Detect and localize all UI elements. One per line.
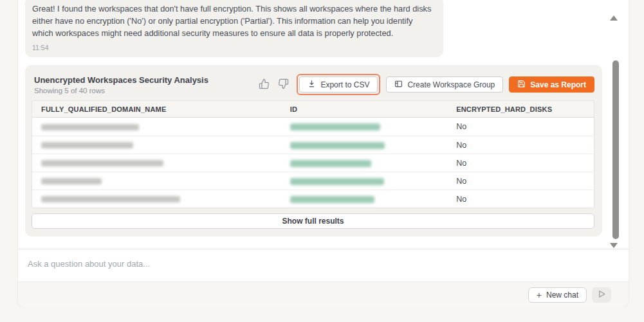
redacted-text-blur [41,178,102,184]
results-table: FULLY_QUALIFIED_DOMAIN_NAME ID ENCRYPTED… [32,100,594,208]
thumbs-up-button[interactable] [259,78,270,91]
id-cell-redacted [281,159,447,168]
redacted-text-blur [41,124,139,130]
create-workspace-group-label: Create Workspace Group [407,80,495,89]
redacted-text-blur [41,142,133,148]
new-chat-label: New chat [546,291,578,300]
rows-count-label: Showing 5 of 40 rows [34,87,208,94]
thumbs-up-icon [259,78,270,91]
redacted-text-blur [41,196,180,202]
id-cell-redacted [281,122,447,131]
table-row: No [32,172,594,190]
results-card-titles: Unencrypted Workspaces Security Analysis… [34,75,208,94]
plus-icon: + [537,291,542,300]
new-chat-button[interactable]: + New chat [528,287,587,303]
fqdn-cell-redacted [32,159,281,168]
composer-footer: + New chat [18,282,629,307]
fqdn-cell-redacted [32,195,281,204]
results-card: Unencrypted Workspaces Security Analysis… [25,65,602,237]
send-button[interactable] [592,287,611,303]
fqdn-cell-redacted [32,177,281,186]
encrypted-cell: No [447,195,594,204]
export-csv-highlight-box: Export to CSV [297,74,380,95]
fqdn-cell-redacted [32,141,281,150]
scrollbar-thumb[interactable] [612,60,619,239]
workspace-board-icon [394,80,403,90]
redacted-id-blur [290,196,374,203]
chat-panel: Great! I found the workspaces that don't… [17,0,629,307]
download-icon [308,80,316,90]
table-row: No [32,190,594,208]
encrypted-cell: No [447,141,594,150]
table-row: No [32,118,594,136]
results-table-header: FULLY_QUALIFIED_DOMAIN_NAME ID ENCRYPTED… [32,101,594,118]
results-card-header: Unencrypted Workspaces Security Analysis… [32,71,594,100]
encrypted-cell: No [447,177,594,186]
redacted-id-blur [290,142,385,149]
results-card-actions: Export to CSV Create Workspace Group [250,74,594,95]
scrollbar-down-arrow[interactable] [610,243,618,248]
id-cell-redacted [281,141,447,150]
table-row: No [32,136,594,154]
chat-input[interactable] [18,249,629,269]
redacted-id-blur [290,178,384,185]
export-csv-button[interactable]: Export to CSV [299,76,378,93]
redacted-id-blur [290,123,380,130]
create-workspace-group-button[interactable]: Create Workspace Group [386,76,503,93]
send-icon [597,289,607,301]
save-as-report-button[interactable]: Save as Report [509,76,594,93]
save-icon [517,80,526,90]
id-cell-redacted [281,195,447,204]
export-csv-label: Export to CSV [320,80,369,89]
messages-scroll-area: Great! I found the workspaces that don't… [18,0,629,249]
message-timestamp: 11:54 [32,44,434,51]
scrollbar-up-arrow[interactable] [610,15,618,21]
show-full-results-button[interactable]: Show full results [32,213,594,229]
fqdn-cell-redacted [32,122,281,131]
thumbs-down-icon [278,78,289,91]
encrypted-cell: No [447,122,594,131]
column-header-encrypted: ENCRYPTED_HARD_DISKS [447,105,594,113]
card-title: Unencrypted Workspaces Security Analysis [34,75,208,85]
table-row: No [32,154,594,172]
assistant-message-text: Great! I found the workspaces that don't… [32,3,434,39]
column-header-fqdn: FULLY_QUALIFIED_DOMAIN_NAME [32,105,281,113]
column-header-id: ID [281,105,447,113]
id-cell-redacted [281,177,447,186]
chat-composer [18,249,629,282]
redacted-id-blur [290,160,371,167]
thumbs-down-button[interactable] [278,78,289,91]
encrypted-cell: No [447,159,594,168]
redacted-text-blur [41,160,163,166]
assistant-message: Great! I found the workspaces that don't… [25,0,443,57]
save-as-report-label: Save as Report [530,80,586,89]
